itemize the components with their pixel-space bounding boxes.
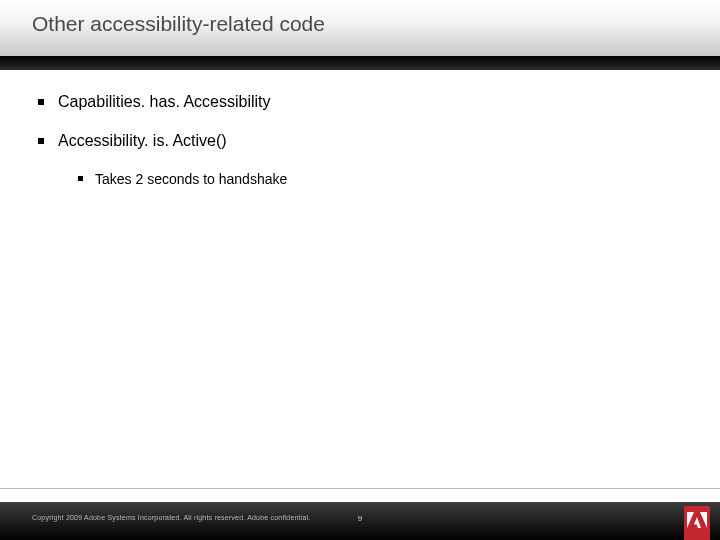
bullet-square-icon <box>38 138 44 144</box>
list-item: Takes 2 seconds to handshake <box>78 170 678 188</box>
bullet-text: Accessibility. is. Active() <box>58 131 227 152</box>
footer-copyright: Copyright 2009 Adobe Systems Incorporate… <box>32 514 310 521</box>
footer-divider <box>0 488 720 489</box>
footer-page-number: 9 <box>358 514 362 523</box>
bullet-square-icon <box>38 99 44 105</box>
list-item: Accessibility. is. Active() <box>38 131 678 152</box>
bullet-square-icon <box>78 176 83 181</box>
slide: Other accessibility-related code Capabil… <box>0 0 720 540</box>
title-band: Other accessibility-related code <box>0 0 720 56</box>
list-item: Capabilities. has. Accessibility <box>38 92 678 113</box>
content-area: Capabilities. has. Accessibility Accessi… <box>38 92 678 188</box>
bullet-text: Capabilities. has. Accessibility <box>58 92 271 113</box>
slide-title: Other accessibility-related code <box>32 12 325 36</box>
footer-bar: Copyright 2009 Adobe Systems Incorporate… <box>0 502 720 540</box>
title-underline <box>0 56 720 70</box>
adobe-logo-icon <box>684 506 710 540</box>
bullet-text: Takes 2 seconds to handshake <box>95 170 287 188</box>
